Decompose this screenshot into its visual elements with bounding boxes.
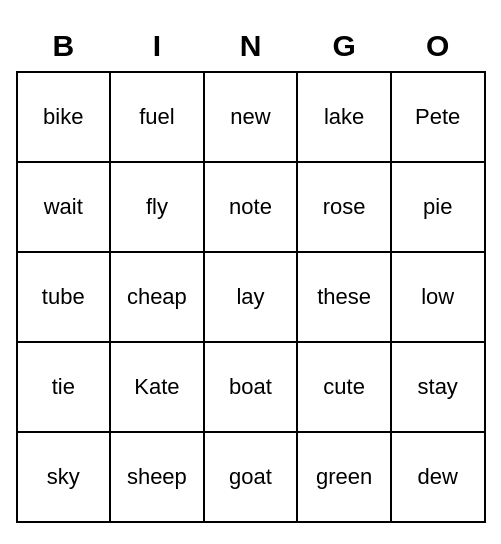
- bingo-cell-4-2: goat: [204, 432, 298, 522]
- bingo-cell-3-3: cute: [297, 342, 391, 432]
- bingo-cell-0-4: Pete: [391, 72, 485, 162]
- bingo-header-I: I: [110, 22, 204, 72]
- bingo-row-4: skysheepgoatgreendew: [17, 432, 485, 522]
- bingo-cell-3-2: boat: [204, 342, 298, 432]
- bingo-cell-2-4: low: [391, 252, 485, 342]
- bingo-cell-0-2: new: [204, 72, 298, 162]
- bingo-row-0: bikefuelnewlakePete: [17, 72, 485, 162]
- bingo-cell-1-0: wait: [17, 162, 111, 252]
- bingo-row-2: tubecheaplaytheselow: [17, 252, 485, 342]
- bingo-header-N: N: [204, 22, 298, 72]
- bingo-cell-0-3: lake: [297, 72, 391, 162]
- bingo-cell-4-4: dew: [391, 432, 485, 522]
- bingo-cell-1-4: pie: [391, 162, 485, 252]
- bingo-cell-3-4: stay: [391, 342, 485, 432]
- bingo-row-1: waitflynoterosepie: [17, 162, 485, 252]
- bingo-cell-1-3: rose: [297, 162, 391, 252]
- bingo-cell-1-2: note: [204, 162, 298, 252]
- bingo-card: BINGO bikefuelnewlakePetewaitflynoterose…: [16, 22, 486, 523]
- bingo-cell-2-2: lay: [204, 252, 298, 342]
- bingo-cell-3-1: Kate: [110, 342, 204, 432]
- bingo-header-B: B: [17, 22, 111, 72]
- bingo-header-O: O: [391, 22, 485, 72]
- bingo-row-3: tieKateboatcutestay: [17, 342, 485, 432]
- bingo-cell-2-3: these: [297, 252, 391, 342]
- bingo-cell-2-0: tube: [17, 252, 111, 342]
- bingo-cell-4-3: green: [297, 432, 391, 522]
- bingo-header-G: G: [297, 22, 391, 72]
- bingo-cell-4-0: sky: [17, 432, 111, 522]
- bingo-cell-0-1: fuel: [110, 72, 204, 162]
- bingo-cell-2-1: cheap: [110, 252, 204, 342]
- bingo-cell-0-0: bike: [17, 72, 111, 162]
- bingo-cell-1-1: fly: [110, 162, 204, 252]
- bingo-cell-4-1: sheep: [110, 432, 204, 522]
- bingo-cell-3-0: tie: [17, 342, 111, 432]
